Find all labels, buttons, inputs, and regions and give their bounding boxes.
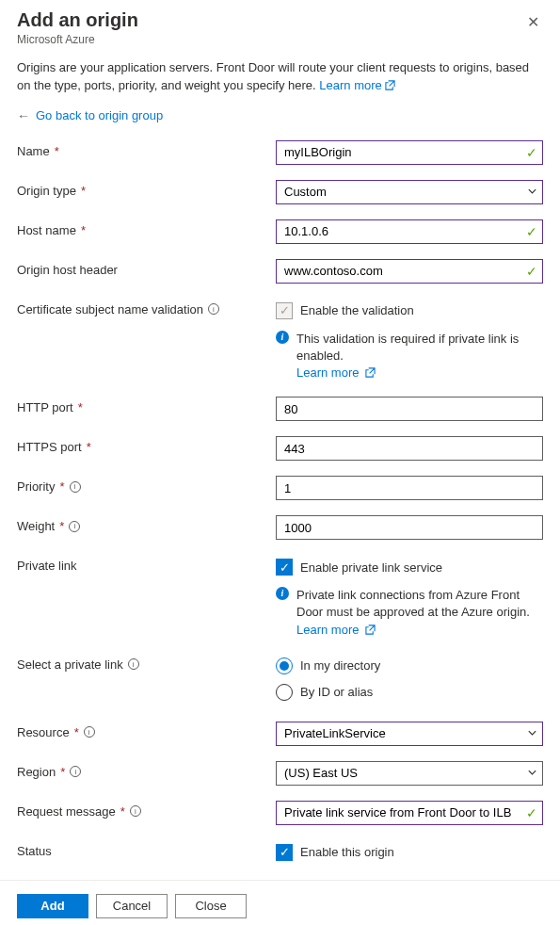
origin-host-header-input[interactable] (276, 259, 543, 284)
arrow-left-icon: ← (17, 108, 30, 123)
request-message-label: Request message (17, 804, 116, 819)
info-icon[interactable]: i (69, 521, 80, 532)
by-id-or-alias-label: By ID or alias (300, 685, 373, 699)
host-name-input[interactable] (276, 219, 543, 244)
region-select[interactable] (276, 761, 543, 786)
panel-subtitle: Microsoft Azure (17, 33, 138, 46)
info-icon[interactable]: i (70, 481, 81, 493)
cert-validation-label: Certificate subject name validation (17, 302, 203, 316)
learn-more-link[interactable]: Learn more (319, 78, 394, 92)
status-checkbox-label: Enable this origin (300, 845, 394, 859)
https-port-input[interactable] (276, 436, 543, 461)
request-message-input[interactable] (276, 801, 543, 825)
description-body: Origins are your application servers. Fr… (17, 60, 529, 92)
weight-input[interactable] (276, 515, 543, 540)
private-link-note: Private link connections from Azure Fron… (296, 588, 530, 619)
in-my-directory-radio[interactable] (276, 657, 293, 674)
description-text: Origins are your application servers. Fr… (17, 59, 543, 95)
status-checkbox[interactable]: ✓ (276, 844, 293, 861)
private-link-checkbox-label: Enable private link service (300, 560, 442, 575)
cert-validation-checkbox-label: Enable the validation (300, 303, 414, 317)
status-label: Status (17, 844, 52, 858)
origin-type-label: Origin type (17, 184, 76, 198)
external-link-icon (385, 80, 395, 90)
close-icon[interactable]: ✕ (523, 9, 543, 35)
name-label: Name (17, 144, 50, 158)
info-icon[interactable]: i (130, 805, 141, 817)
origin-host-header-label: Origin host header (17, 263, 118, 277)
info-icon[interactable]: i (84, 726, 95, 738)
close-button[interactable]: Close (175, 894, 247, 918)
http-port-label: HTTP port (17, 400, 73, 414)
priority-input[interactable] (276, 476, 543, 500)
external-link-icon (365, 367, 376, 378)
priority-label: Priority (17, 479, 55, 494)
host-name-label: Host name (17, 223, 76, 237)
panel-title: Add an origin (17, 9, 138, 31)
external-link-icon (365, 625, 376, 635)
cert-validation-checkbox: ✓ (276, 302, 293, 319)
required-asterisk: * (55, 144, 59, 158)
back-to-origin-group-link[interactable]: ← Go back to origin group (17, 108, 163, 123)
cert-validation-note: This validation is required if private l… (296, 332, 519, 363)
name-input[interactable] (276, 140, 543, 165)
info-icon[interactable]: i (128, 658, 139, 670)
back-link-label: Go back to origin group (36, 108, 163, 122)
http-port-input[interactable] (276, 397, 543, 421)
region-label: Region (17, 765, 56, 779)
private-link-learn-more-link[interactable]: Learn more (296, 623, 376, 637)
https-port-label: HTTPS port (17, 440, 82, 454)
info-icon[interactable]: i (208, 303, 219, 315)
select-private-link-label: Select a private link (17, 657, 123, 672)
private-link-label: Private link (17, 559, 77, 573)
cancel-button[interactable]: Cancel (96, 894, 168, 918)
cert-learn-more-link[interactable]: Learn more (296, 365, 376, 380)
private-link-checkbox[interactable]: ✓ (276, 559, 293, 576)
add-button[interactable]: Add (17, 894, 88, 918)
in-my-directory-label: In my directory (300, 658, 380, 673)
origin-type-select[interactable] (276, 180, 543, 204)
info-icon[interactable]: i (70, 766, 81, 777)
by-id-or-alias-radio[interactable] (276, 684, 293, 701)
resource-select[interactable] (276, 722, 543, 746)
info-icon: i (276, 587, 289, 600)
resource-label: Resource (17, 725, 70, 739)
info-icon: i (276, 331, 289, 344)
weight-label: Weight (17, 519, 55, 533)
